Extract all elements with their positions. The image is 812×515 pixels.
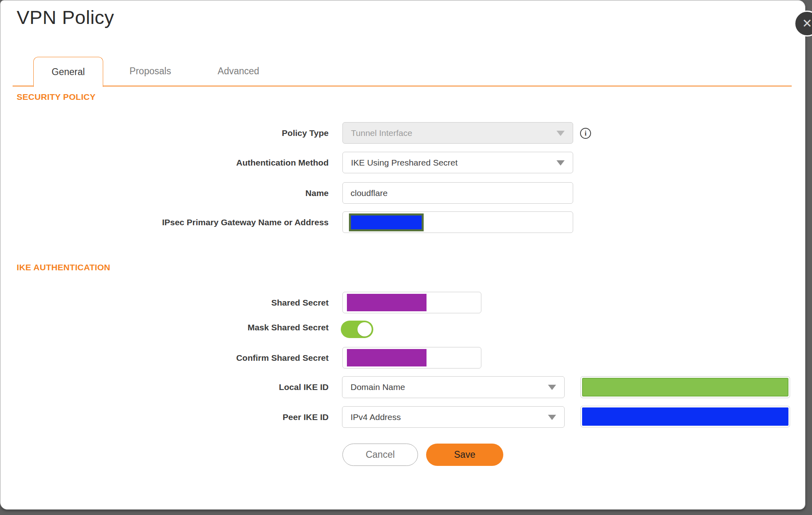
mask-shared-secret-label: Mask Shared Secret bbox=[0, 319, 329, 336]
policy-type-select: Tunnel Interface bbox=[342, 122, 573, 144]
dialog-title: VPN Policy bbox=[17, 6, 114, 28]
chevron-down-icon bbox=[556, 160, 565, 166]
shared-secret-input[interactable] bbox=[342, 292, 481, 313]
peer-ike-id-value-input[interactable] bbox=[580, 406, 790, 427]
peer-ike-id-type-value: IPv4 Address bbox=[351, 412, 401, 422]
info-icon[interactable]: i bbox=[580, 128, 591, 139]
peer-ike-id-type-select[interactable]: IPv4 Address bbox=[342, 406, 565, 428]
local-ike-id-value-input[interactable] bbox=[580, 376, 790, 398]
confirm-shared-secret-label: Confirm Shared Secret bbox=[0, 347, 329, 368]
tab-general[interactable]: General bbox=[33, 57, 103, 87]
chevron-down-icon bbox=[556, 131, 565, 136]
ipsec-primary-gateway-input[interactable] bbox=[342, 211, 573, 233]
local-ike-id-type-select[interactable]: Domain Name bbox=[342, 376, 565, 398]
section-heading-security-policy: SECURITY POLICY bbox=[17, 92, 95, 102]
toggle-knob bbox=[357, 322, 372, 336]
authentication-method-value: IKE Using Preshared Secret bbox=[351, 158, 458, 168]
chevron-down-icon bbox=[548, 415, 556, 420]
authentication-method-label: Authentication Method bbox=[0, 152, 329, 173]
vpn-policy-dialog: VPN Policy General Proposals Advanced SE… bbox=[0, 0, 806, 510]
save-button[interactable]: Save bbox=[426, 444, 503, 466]
redacted-peer-ike-id-value bbox=[582, 407, 788, 426]
tab-proposals[interactable]: Proposals bbox=[126, 57, 175, 85]
tab-advanced[interactable]: Advanced bbox=[214, 57, 263, 85]
redacted-shared-secret-value bbox=[347, 294, 427, 311]
name-input[interactable] bbox=[342, 182, 573, 204]
redacted-gateway-value bbox=[349, 213, 424, 231]
local-ike-id-label: Local IKE ID bbox=[0, 376, 329, 398]
section-heading-ike-authentication: IKE AUTHENTICATION bbox=[17, 263, 110, 272]
policy-type-label: Policy Type bbox=[0, 122, 329, 144]
policy-type-value: Tunnel Interface bbox=[351, 128, 412, 138]
redacted-local-ike-id-value bbox=[582, 378, 788, 396]
mask-shared-secret-toggle[interactable] bbox=[341, 321, 373, 338]
cancel-button[interactable]: Cancel bbox=[342, 444, 418, 466]
name-label: Name bbox=[0, 182, 329, 204]
local-ike-id-type-value: Domain Name bbox=[351, 382, 405, 392]
shared-secret-label: Shared Secret bbox=[0, 292, 329, 313]
redacted-confirm-shared-secret-value bbox=[347, 349, 427, 366]
chevron-down-icon bbox=[548, 385, 556, 390]
confirm-shared-secret-input[interactable] bbox=[342, 347, 481, 368]
authentication-method-select[interactable]: IKE Using Preshared Secret bbox=[342, 152, 573, 173]
ipsec-primary-gateway-label: IPsec Primary Gateway Name or Address bbox=[0, 211, 329, 233]
peer-ike-id-label: Peer IKE ID bbox=[0, 406, 329, 428]
